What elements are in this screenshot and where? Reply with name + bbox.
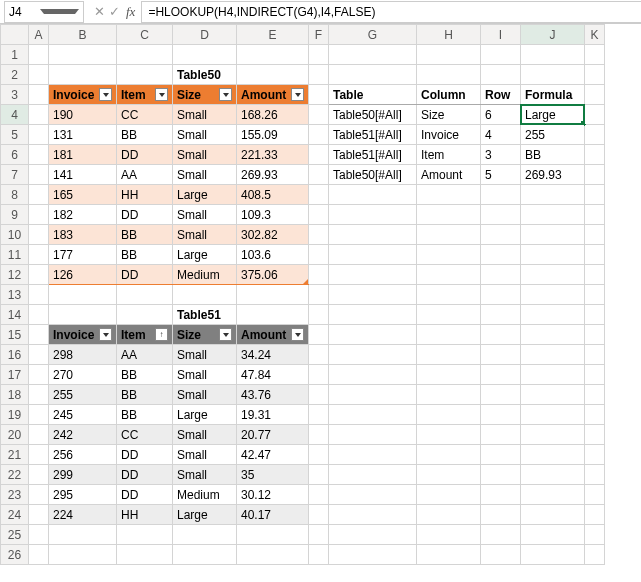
cell-G18[interactable]: [329, 385, 417, 405]
cell-C7[interactable]: AA: [117, 165, 173, 185]
cell-K21[interactable]: [585, 445, 605, 465]
cell-B22[interactable]: 299: [49, 465, 117, 485]
cell-G10[interactable]: [329, 225, 417, 245]
cell-A8[interactable]: [29, 185, 49, 205]
cell-H19[interactable]: [417, 405, 481, 425]
row-header[interactable]: 9: [1, 205, 29, 225]
cell-I26[interactable]: [481, 545, 521, 565]
cell-A26[interactable]: [29, 545, 49, 565]
cell-A15[interactable]: [29, 325, 49, 345]
table50-cell[interactable]: 103.6: [237, 245, 308, 264]
table51-cell[interactable]: Large: [173, 505, 236, 524]
cell-I9[interactable]: [481, 205, 521, 225]
confirm-icon[interactable]: ✓: [109, 4, 120, 19]
table50-cell[interactable]: Small: [173, 205, 236, 224]
cell-G15[interactable]: [329, 325, 417, 345]
table51-cell[interactable]: 224: [49, 505, 116, 524]
table51-cell[interactable]: 295: [49, 485, 116, 504]
table51-cell[interactable]: 42.47: [237, 445, 308, 464]
cell-B7[interactable]: 141: [49, 165, 117, 185]
cell-B24[interactable]: 224: [49, 505, 117, 525]
cell-I8[interactable]: [481, 185, 521, 205]
cell-F24[interactable]: [309, 505, 329, 525]
table51-cell[interactable]: 34.24: [237, 345, 308, 364]
cell-E7[interactable]: 269.93: [237, 165, 309, 185]
cell-F17[interactable]: [309, 365, 329, 385]
cell-A10[interactable]: [29, 225, 49, 245]
cell-B21[interactable]: 256: [49, 445, 117, 465]
lookup-cell[interactable]: Large: [521, 105, 584, 124]
cell-G17[interactable]: [329, 365, 417, 385]
cell-H17[interactable]: [417, 365, 481, 385]
lookup-cell[interactable]: 255: [521, 125, 584, 144]
cell-G3[interactable]: Table: [329, 85, 417, 105]
table50-cell[interactable]: BB: [117, 125, 172, 144]
cell-F21[interactable]: [309, 445, 329, 465]
cell-D4[interactable]: Small: [173, 105, 237, 125]
row-header[interactable]: 22: [1, 465, 29, 485]
cell-B25[interactable]: [49, 525, 117, 545]
cell-J3[interactable]: Formula: [521, 85, 585, 105]
cell-B19[interactable]: 245: [49, 405, 117, 425]
cell-F12[interactable]: [309, 265, 329, 285]
cell-D21[interactable]: Small: [173, 445, 237, 465]
cell-H15[interactable]: [417, 325, 481, 345]
cell-E10[interactable]: 302.82: [237, 225, 309, 245]
cell-J8[interactable]: [521, 185, 585, 205]
row-header[interactable]: 23: [1, 485, 29, 505]
table50-cell[interactable]: 131: [49, 125, 116, 144]
cell-J17[interactable]: [521, 365, 585, 385]
cell-H5[interactable]: Invoice: [417, 125, 481, 145]
cell-K1[interactable]: [585, 45, 605, 65]
cell-E24[interactable]: 40.17: [237, 505, 309, 525]
cell-F8[interactable]: [309, 185, 329, 205]
cell-E23[interactable]: 30.12: [237, 485, 309, 505]
cell-E18[interactable]: 43.76: [237, 385, 309, 405]
table51-cell[interactable]: 242: [49, 425, 116, 444]
cell-A2[interactable]: [29, 65, 49, 85]
row-header[interactable]: 8: [1, 185, 29, 205]
filter-dropdown-icon[interactable]: ↑: [155, 328, 168, 341]
table51-cell[interactable]: 20.77: [237, 425, 308, 444]
cell-I18[interactable]: [481, 385, 521, 405]
cell-H1[interactable]: [417, 45, 481, 65]
cell-F4[interactable]: [309, 105, 329, 125]
row-header[interactable]: 13: [1, 285, 29, 305]
cell-A17[interactable]: [29, 365, 49, 385]
lookup-cell[interactable]: 5: [481, 165, 520, 184]
cell-D19[interactable]: Large: [173, 405, 237, 425]
cell-B5[interactable]: 131: [49, 125, 117, 145]
cell-C18[interactable]: BB: [117, 385, 173, 405]
cell-H18[interactable]: [417, 385, 481, 405]
table51-cell[interactable]: 245: [49, 405, 116, 424]
table51-cell[interactable]: 255: [49, 385, 116, 404]
row-header[interactable]: 25: [1, 525, 29, 545]
cell-D14[interactable]: Table51: [173, 305, 237, 325]
cell-E2[interactable]: [237, 65, 309, 85]
cell-J24[interactable]: [521, 505, 585, 525]
cell-H9[interactable]: [417, 205, 481, 225]
cell-K7[interactable]: [585, 165, 605, 185]
cell-H4[interactable]: Size: [417, 105, 481, 125]
cell-A12[interactable]: [29, 265, 49, 285]
table51-cell[interactable]: BB: [117, 405, 172, 424]
cell-J11[interactable]: [521, 245, 585, 265]
cell-I2[interactable]: [481, 65, 521, 85]
cell-I12[interactable]: [481, 265, 521, 285]
lookup-cell[interactable]: 6: [481, 105, 520, 124]
cell-A18[interactable]: [29, 385, 49, 405]
row-header[interactable]: 10: [1, 225, 29, 245]
cell-C4[interactable]: CC: [117, 105, 173, 125]
table50-cell[interactable]: 375.06: [237, 265, 308, 284]
table50-cell[interactable]: HH: [117, 185, 172, 204]
table50-cell[interactable]: Large: [173, 185, 236, 204]
cell-B20[interactable]: 242: [49, 425, 117, 445]
cell-B13[interactable]: [49, 285, 117, 305]
row-header[interactable]: 14: [1, 305, 29, 325]
cell-K3[interactable]: [585, 85, 605, 105]
col-header[interactable]: G: [329, 25, 417, 45]
cell-G23[interactable]: [329, 485, 417, 505]
cell-C13[interactable]: [117, 285, 173, 305]
table51-cell[interactable]: BB: [117, 385, 172, 404]
cell-D17[interactable]: Small: [173, 365, 237, 385]
